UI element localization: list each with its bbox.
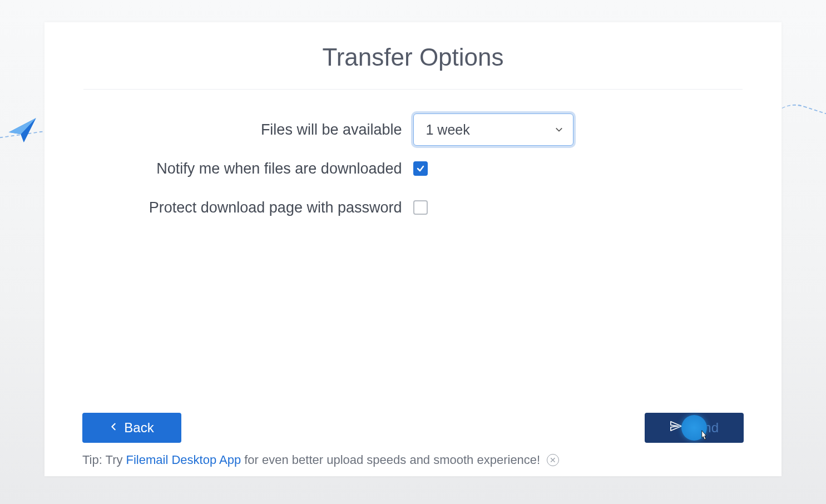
back-button[interactable]: Back bbox=[82, 413, 181, 443]
back-button-label: Back bbox=[124, 420, 154, 436]
tip-line: Tip: Try Filemail Desktop App for even b… bbox=[82, 453, 744, 467]
label-availability: Files will be available bbox=[44, 121, 413, 139]
divider bbox=[83, 89, 743, 90]
transfer-options-card: Transfer Options Files will be available… bbox=[44, 22, 782, 476]
notify-checkbox[interactable] bbox=[413, 161, 428, 176]
paper-plane-icon bbox=[7, 114, 39, 146]
send-icon bbox=[670, 420, 682, 436]
label-notify: Notify me when files are downloaded bbox=[44, 160, 413, 177]
button-bar: Back Send bbox=[82, 413, 744, 443]
row-notify: Notify me when files are downloaded bbox=[44, 152, 782, 185]
availability-select[interactable]: 1 week bbox=[413, 113, 573, 146]
close-icon: ✕ bbox=[550, 456, 556, 464]
options-form: Files will be available 1 week Notify me… bbox=[44, 113, 782, 224]
label-password: Protect download page with password bbox=[44, 199, 413, 216]
tip-dismiss-button[interactable]: ✕ bbox=[547, 454, 559, 466]
password-checkbox[interactable] bbox=[413, 200, 428, 215]
row-password: Protect download page with password bbox=[44, 191, 782, 224]
page-title: Transfer Options bbox=[44, 22, 782, 89]
row-availability: Files will be available 1 week bbox=[44, 113, 782, 146]
send-button-label: Send bbox=[687, 420, 719, 436]
tip-link[interactable]: Filemail Desktop App bbox=[126, 453, 241, 467]
send-button[interactable]: Send bbox=[645, 413, 744, 443]
availability-select-value: 1 week bbox=[426, 122, 470, 138]
chevron-left-icon bbox=[110, 420, 117, 436]
chevron-down-icon bbox=[555, 126, 563, 134]
tip-prefix: Tip: Try bbox=[82, 453, 123, 467]
tip-suffix: for even better upload speeds and smooth… bbox=[244, 453, 540, 467]
